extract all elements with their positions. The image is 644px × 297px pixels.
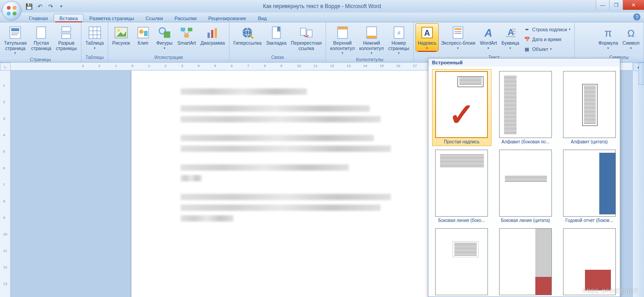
- header-button[interactable]: Верхний колонтитул▾: [328, 23, 357, 56]
- gallery-item-alphabet-sidebar[interactable]: Алфавит (боковая по...: [496, 69, 555, 146]
- svg-rect-40: [338, 27, 347, 29]
- document-page: [131, 71, 440, 297]
- hyperlink-button[interactable]: Гиперссылка: [231, 23, 264, 47]
- undo-icon[interactable]: ↶: [36, 2, 44, 10]
- gallery-item-alphabet-quote[interactable]: Алфавит (цитата): [559, 69, 619, 146]
- group-tables: Таблица▾ Таблицы: [81, 22, 108, 62]
- group-symbols: πФормула▾ ΩСимвол▾ Символы: [594, 22, 644, 62]
- equation-icon: π: [601, 25, 615, 40]
- tab-layout[interactable]: Разметка страницы: [84, 14, 140, 22]
- svg-rect-42: [367, 36, 377, 38]
- shapes-button[interactable]: Фигуры▾: [154, 23, 175, 51]
- symbol-icon: Ω: [624, 25, 638, 40]
- vertical-scrollbar[interactable]: ▲: [632, 63, 644, 297]
- svg-rect-24: [164, 32, 170, 38]
- cross-reference-button[interactable]: Перекрестная ссылка: [289, 23, 324, 52]
- ruler-corner[interactable]: ∟: [0, 63, 11, 71]
- smartart-button[interactable]: SmartArt: [175, 23, 198, 47]
- ribbon-tabs: Главная Вставка Разметка страницы Ссылки…: [0, 13, 644, 22]
- office-logo-icon: [6, 5, 17, 17]
- qat-dropdown-icon[interactable]: ▼: [57, 2, 65, 10]
- svg-rect-6: [11, 33, 19, 33]
- svg-point-0: [7, 6, 11, 10]
- drop-cap-button[interactable]: AБуквица▾: [499, 23, 521, 51]
- title-bar: 💾 ↶ ↷ ▼ Как перевернуть текст в Ворде - …: [0, 0, 644, 13]
- gallery-item-sideline-sidebar[interactable]: Боковая линия (боко...: [432, 148, 491, 225]
- bookmark-icon: [269, 25, 284, 40]
- drop-cap-icon: A: [503, 25, 517, 40]
- svg-rect-25: [181, 28, 185, 31]
- tab-insert[interactable]: Вставка: [54, 14, 84, 22]
- svg-rect-32: [215, 28, 217, 38]
- symbol-button[interactable]: ΩСимвол▾: [620, 23, 642, 51]
- gallery-item-annual-report-quote[interactable]: Годовой отчет (цитата): [432, 226, 491, 297]
- bookmark-button[interactable]: Закладка: [264, 23, 289, 47]
- footer-icon: [364, 25, 379, 40]
- blank-page-button[interactable]: Пустая страница: [29, 23, 54, 52]
- signature-line-button[interactable]: ✒Строка подписи▾: [521, 25, 572, 34]
- text-box-button[interactable]: AНадпись▾: [415, 23, 439, 51]
- save-icon[interactable]: 💾: [25, 2, 33, 10]
- page-number-icon: #: [392, 25, 406, 40]
- group-label-illustrations: Иллюстрации: [108, 55, 229, 62]
- group-label-header-footer: Колонтитулы: [326, 57, 413, 62]
- object-icon: ▦: [523, 46, 530, 53]
- svg-line-28: [183, 31, 186, 34]
- quick-parts-icon: [451, 25, 465, 40]
- svg-rect-37: [301, 28, 306, 35]
- redo-icon[interactable]: ↷: [47, 2, 55, 10]
- clip-art-button[interactable]: Клип: [132, 23, 154, 47]
- gallery-item-puzzle-sidebar[interactable]: Головоломка (боков...: [496, 226, 555, 297]
- cover-page-button[interactable]: Титульная страница▾: [2, 23, 29, 56]
- quick-access-toolbar: 💾 ↶ ↷ ▼: [25, 0, 65, 13]
- calendar-icon: 📅: [523, 36, 530, 43]
- watermark: FREE-OFFICE.NET: [583, 288, 638, 294]
- shapes-icon: [157, 25, 172, 40]
- text-box-gallery: Встроенный ✓ Простая надпись Алфавит (бо…: [428, 58, 620, 297]
- date-time-button[interactable]: 📅Дата и время: [521, 35, 572, 44]
- gallery-item-annual-report-sidebar[interactable]: Годовой отчет (боков...: [559, 148, 619, 225]
- page-break-button[interactable]: Разрыв страницы: [54, 23, 79, 52]
- svg-rect-8: [37, 27, 46, 38]
- group-label-links: Связи: [229, 55, 326, 62]
- group-label-tables: Таблицы: [81, 55, 108, 62]
- group-illustrations: Рисунок Клип Фигуры▾ SmartArt Диаграмма …: [108, 22, 229, 62]
- wordart-button[interactable]: AWordArt▾: [478, 23, 499, 51]
- tab-view[interactable]: Вид: [252, 14, 273, 22]
- svg-point-21: [139, 29, 144, 34]
- tab-home[interactable]: Главная: [23, 14, 54, 22]
- footer-button[interactable]: Нижний колонтитул▾: [357, 23, 386, 56]
- gallery-item-sideline-quote[interactable]: Боковая линия (цитата): [496, 148, 555, 225]
- chart-button[interactable]: Диаграмма: [198, 23, 227, 47]
- group-header-footer: Верхний колонтитул▾ Нижний колонтитул▾ #…: [326, 22, 414, 62]
- group-links: Гиперссылка Закладка Перекрестная ссылка…: [229, 22, 326, 62]
- office-button[interactable]: [2, 1, 21, 21]
- svg-text:π: π: [605, 27, 612, 39]
- maximize-button[interactable]: ❐: [609, 0, 623, 10]
- quick-parts-button[interactable]: Экспресс-блоки▾: [439, 23, 478, 51]
- close-button[interactable]: ✕: [623, 0, 644, 10]
- tab-review[interactable]: Рецензирование: [203, 14, 252, 22]
- minimize-button[interactable]: —: [596, 0, 609, 10]
- svg-rect-5: [11, 28, 19, 31]
- tab-references[interactable]: Ссылки: [140, 14, 169, 22]
- tab-mailings[interactable]: Рассылки: [169, 14, 202, 22]
- gallery-body: ✓ Простая надпись Алфавит (боковая по...…: [428, 67, 620, 297]
- picture-button[interactable]: Рисунок: [110, 23, 132, 47]
- help-button[interactable]: ?: [633, 13, 640, 21]
- object-button[interactable]: ▦Объект▾: [521, 45, 572, 54]
- equation-button[interactable]: πФормула▾: [596, 23, 620, 51]
- text-box-icon: A: [420, 25, 434, 40]
- svg-rect-7: [11, 34, 17, 35]
- svg-rect-10: [62, 34, 71, 38]
- page-number-button[interactable]: #Номер страницы▾: [386, 23, 411, 56]
- table-button[interactable]: Таблица▾: [83, 23, 106, 51]
- svg-text:A: A: [484, 27, 492, 39]
- gallery-item-simple-textbox[interactable]: ✓ Простая надпись: [432, 69, 491, 146]
- gallery-item-puzzle-quote[interactable]: Головоломка (цитата): [559, 226, 619, 297]
- hyperlink-icon: [240, 25, 254, 40]
- svg-rect-27: [184, 34, 189, 38]
- svg-text:A: A: [424, 29, 430, 38]
- vertical-ruler[interactable]: 1234567891011121314: [0, 71, 11, 297]
- ruler-toggle[interactable]: [639, 63, 644, 85]
